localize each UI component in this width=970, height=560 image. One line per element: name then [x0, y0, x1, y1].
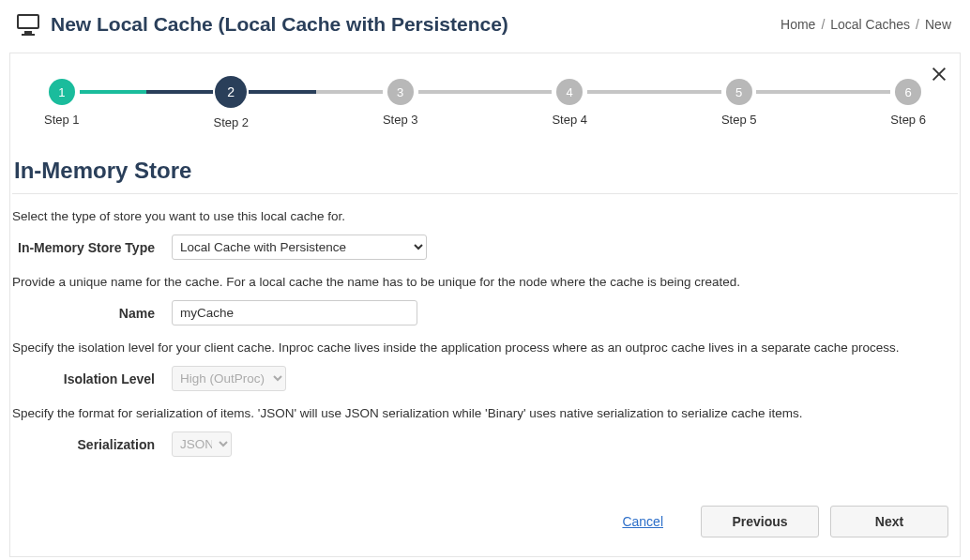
step-3-circle[interactable]: 3	[387, 79, 414, 105]
cancel-link[interactable]: Cancel	[622, 514, 663, 529]
isolation-help: Specify the isolation level for your cli…	[12, 341, 958, 355]
step-1-circle[interactable]: 1	[49, 79, 75, 105]
step-5-label: Step 5	[721, 113, 757, 127]
breadcrumb: Home / Local Caches / New	[781, 17, 951, 32]
step-2-label: Step 2	[213, 115, 249, 129]
step-2-circle[interactable]: 2	[215, 76, 247, 108]
monitor-icon	[17, 14, 39, 35]
serialization-help: Specify the format for serialization of …	[12, 406, 958, 420]
store-type-select[interactable]: Local Cache with Persistence	[172, 235, 427, 260]
step-6-circle[interactable]: 6	[895, 79, 921, 105]
breadcrumb-local-caches[interactable]: Local Caches	[830, 17, 910, 32]
name-help: Provide a unique name for the cache. For…	[12, 275, 958, 289]
previous-button[interactable]: Previous	[701, 506, 819, 537]
step-3-label: Step 3	[383, 113, 418, 127]
name-input[interactable]	[172, 300, 417, 325]
page-title: New Local Cache (Local Cache with Persis…	[51, 13, 508, 36]
step-4-label: Step 4	[552, 113, 587, 127]
section-title: In-Memory Store	[12, 148, 958, 194]
store-type-help: Select the type of store you want to use…	[12, 209, 958, 223]
isolation-select: High (OutProc)	[172, 366, 286, 391]
serialization-label: Serialization	[12, 437, 172, 452]
store-type-label: In-Memory Store Type	[12, 240, 172, 255]
step-5-circle[interactable]: 5	[726, 79, 752, 105]
breadcrumb-current: New	[925, 17, 951, 32]
isolation-label: Isolation Level	[12, 371, 172, 386]
breadcrumb-home[interactable]: Home	[781, 17, 815, 32]
step-1-label: Step 1	[44, 113, 80, 127]
wizard-stepper: 1 Step 1 2 Step 2 3 Step 3 4 Step 4	[10, 53, 960, 137]
next-button[interactable]: Next	[830, 506, 948, 537]
serialization-select: JSON	[172, 431, 232, 457]
name-label: Name	[12, 306, 172, 321]
step-4-circle[interactable]: 4	[556, 79, 583, 105]
close-icon[interactable]	[930, 65, 948, 83]
step-6-label: Step 6	[890, 113, 926, 127]
